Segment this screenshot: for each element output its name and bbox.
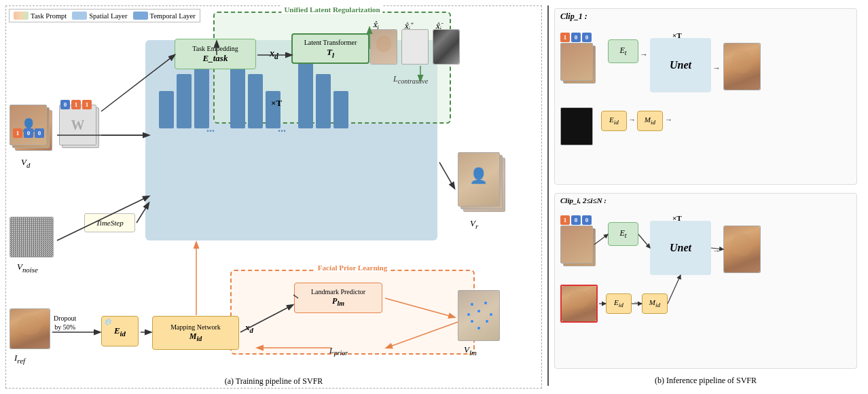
svg-line-33 bbox=[638, 234, 650, 248]
task-embed-line2: E_task bbox=[203, 53, 228, 65]
clip1-eid-box: Eid bbox=[601, 111, 627, 131]
clip2-title: Clip_i, 2≤i≤N : bbox=[560, 196, 851, 204]
clip2-unet-box: Unet bbox=[650, 221, 711, 275]
ulr-title: Unified Latent Regularization bbox=[281, 5, 382, 14]
legend-spatial-label: Spatial Layer bbox=[89, 12, 127, 20]
legend-spatial: Spatial Layer bbox=[72, 12, 127, 20]
svg-line-20 bbox=[439, 162, 454, 188]
task-embed-line1: Task Embedding bbox=[192, 44, 238, 53]
badge-0b: 0 bbox=[35, 128, 44, 138]
clip1-badges: 1 0 0 bbox=[560, 33, 592, 42]
vd-badge-row: 1 0 0 bbox=[13, 128, 44, 138]
badge-0c: 0 bbox=[60, 100, 70, 109]
landmark-dots-svg bbox=[458, 291, 499, 340]
right-caption: (b) Inference pipeline of SVFR bbox=[554, 376, 857, 386]
mapping-network-box: Mapping Network Mid bbox=[152, 316, 239, 350]
mn-line2: Mid bbox=[189, 332, 202, 343]
eid-label: Eid bbox=[114, 325, 126, 338]
svg-point-6 bbox=[467, 313, 470, 316]
clip2-mid-box: Mid bbox=[642, 293, 668, 314]
xj-hat-img bbox=[433, 29, 460, 65]
vd-badge2: 0 1 1 bbox=[60, 100, 92, 109]
vlm-img bbox=[458, 290, 500, 341]
xi-plus-img bbox=[401, 29, 429, 65]
fpl-title: Facial Prior Learning bbox=[315, 264, 390, 272]
clip2-section: Clip_i, 2≤i≤N : 1 0 0 Et bbox=[554, 193, 857, 370]
clip1-mid-arrow: → bbox=[665, 115, 672, 124]
vr-label: Vr bbox=[470, 218, 478, 230]
clip2-et-box: Et bbox=[608, 222, 638, 246]
clip1-et-box: Et bbox=[608, 39, 638, 63]
lp-line1: Landmark Predictor bbox=[311, 287, 365, 296]
left-panel: Task Prompt Spatial Layer Temporal Layer… bbox=[5, 5, 542, 389]
badge-0a: 0 bbox=[24, 128, 33, 138]
clip2-output-face bbox=[723, 226, 761, 273]
legend-spatial-color bbox=[72, 12, 87, 20]
unet-dots: ··· bbox=[206, 125, 215, 137]
vnoise-img bbox=[10, 217, 54, 257]
clip1-black-input bbox=[560, 107, 593, 145]
dropout-label: Dropout bbox=[54, 315, 76, 322]
clip1-face-stack bbox=[560, 43, 598, 84]
vr-images: 👤 bbox=[458, 152, 509, 213]
clip1-mid-box: Mid bbox=[637, 111, 663, 131]
latent-transformer-box: Latent Transformer Tl bbox=[291, 33, 369, 64]
legend: Task Prompt Spatial Layer Temporal Layer bbox=[9, 9, 200, 22]
clip2-badges: 1 0 0 bbox=[560, 215, 592, 225]
landmark-predictor-box: Landmark Predictor Plm bbox=[294, 283, 382, 313]
clip1-et-label: Et bbox=[619, 46, 626, 56]
clip2-content: 1 0 0 Et ×T Unet bbox=[560, 209, 851, 338]
svg-line-37 bbox=[668, 275, 681, 304]
clip2-face-stack bbox=[560, 226, 598, 266]
legend-temporal: Temporal Layer bbox=[133, 12, 196, 20]
clip1-unet-box: Unet bbox=[650, 38, 711, 92]
xd-label-bottom: xd bbox=[245, 322, 253, 334]
clip1-arrow1: → bbox=[640, 50, 648, 60]
right-panel: Clip_1 : 1 0 0 Et bbox=[549, 5, 863, 389]
legend-task-label: Task Prompt bbox=[31, 12, 67, 20]
clip2-eid-box: Eid bbox=[606, 293, 632, 314]
svg-point-4 bbox=[486, 320, 488, 323]
svg-point-0 bbox=[471, 303, 473, 306]
clip2-eid-arrow: → bbox=[633, 298, 640, 306]
legend-temporal-label: Temporal Layer bbox=[150, 12, 196, 20]
mn-line1: Mapping Network bbox=[170, 323, 221, 332]
svg-point-1 bbox=[484, 302, 487, 304]
l-contrastive-label: Lcontrastive bbox=[393, 74, 428, 85]
vlm-label: Vlm bbox=[464, 344, 477, 357]
legend-task-prompt: Task Prompt bbox=[14, 12, 67, 20]
task-embedding-box: Task Embedding E_task bbox=[175, 39, 256, 69]
xi-hat-img bbox=[370, 29, 397, 65]
svg-point-5 bbox=[477, 327, 480, 329]
clip2-ref-face bbox=[560, 285, 598, 323]
svg-point-7 bbox=[490, 313, 492, 316]
clip2-unet-label: Unet bbox=[670, 242, 691, 254]
timestep-box: TimeStep bbox=[84, 213, 135, 232]
by50-label: by 50% bbox=[54, 323, 75, 331]
unet-dots2: ··· bbox=[278, 125, 286, 137]
clip2-arrow2: → bbox=[712, 246, 721, 256]
timestep-label: TimeStep bbox=[96, 219, 123, 227]
right-title-text: (b) Inference pipeline of SVFR bbox=[655, 376, 757, 385]
left-caption: (a) Training pipeline of SVFR bbox=[225, 376, 323, 387]
legend-task-color bbox=[14, 12, 29, 20]
clip1-section: Clip_1 : 1 0 0 Et bbox=[554, 8, 857, 185]
vd-label: Vd bbox=[21, 157, 30, 169]
svg-point-2 bbox=[477, 310, 480, 312]
lp-line2: Plm bbox=[332, 296, 344, 308]
clip1-unet-label: Unet bbox=[670, 59, 691, 71]
clip1-eid-arrow: → bbox=[628, 115, 636, 124]
badge-1c: 1 bbox=[82, 100, 92, 109]
l-prior-label: Lprior bbox=[329, 346, 348, 357]
lt-line2: Tl bbox=[327, 47, 334, 60]
eid-main-box: Eid ❄️ bbox=[101, 316, 139, 346]
clip1-output-face bbox=[723, 43, 761, 90]
clip1-content: 1 0 0 Et → ×T bbox=[560, 26, 851, 155]
xt-label-main: ×T bbox=[271, 98, 282, 109]
dropout-text: Dropout by 50% bbox=[54, 314, 76, 332]
lt-line1: Latent Transformer bbox=[304, 38, 357, 47]
badge-1: 1 bbox=[13, 128, 22, 138]
badge-1b: 1 bbox=[71, 100, 81, 109]
left-title-text: (a) Training pipeline of SVFR bbox=[225, 376, 323, 386]
unet-right-cols bbox=[298, 57, 348, 128]
